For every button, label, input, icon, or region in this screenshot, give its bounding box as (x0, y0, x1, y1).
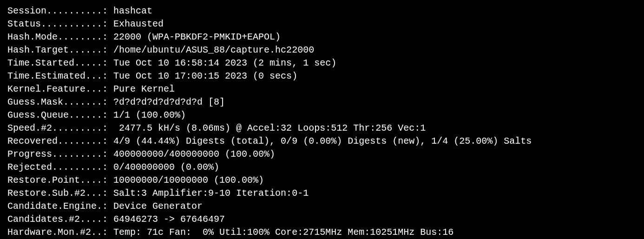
value: hashcat (113, 6, 152, 16)
row-speed: Speed.#2.........: 2477.5 kH/s (8.06ms) … (7, 122, 637, 135)
value: 64946273 -> 67646497 (113, 214, 225, 225)
label: Guess.Mask.......: (7, 97, 108, 107)
value: 0/400000000 (0.00%) (113, 162, 219, 173)
label: Hash.Target......: (7, 45, 108, 55)
label: Hardware.Mon.#2..: (7, 227, 108, 238)
row-hardware-mon: Hardware.Mon.#2..: Temp: 71c Fan: 0% Uti… (7, 226, 637, 239)
row-candidates: Candidates.#2....: 64946273 -> 67646497 (7, 213, 637, 226)
row-status: Status...........: Exhausted (7, 18, 637, 31)
label: Restore.Point....: (7, 175, 108, 186)
row-guess-queue: Guess.Queue......: 1/1 (100.00%) (7, 109, 637, 122)
row-kernel-feature: Kernel.Feature...: Pure Kernel (7, 83, 637, 96)
label: Time.Started.....: (7, 58, 108, 68)
value: Salt:3 Amplifier:9-10 Iteration:0-1 (113, 188, 309, 199)
row-time-estimated: Time.Estimated...: Tue Oct 10 17:00:15 2… (7, 70, 637, 83)
terminal-output: Session..........: hashcat Status.......… (7, 5, 637, 239)
value: 10000000/10000000 (100.00%) (113, 175, 264, 186)
label: Session..........: (7, 6, 108, 16)
row-time-started: Time.Started.....: Tue Oct 10 16:58:14 2… (7, 57, 637, 70)
label: Guess.Queue......: (7, 110, 108, 120)
row-session: Session..........: hashcat (7, 5, 637, 18)
row-guess-mask: Guess.Mask.......: ?d?d?d?d?d?d?d?d [8] (7, 96, 637, 109)
value: Device Generator (113, 201, 203, 212)
value: /home/ubuntu/ASUS_88/capture.hc22000 (113, 45, 314, 55)
value: 400000000/400000000 (100.00%) (113, 149, 275, 159)
label: Status...........: (7, 19, 108, 29)
row-hash-mode: Hash.Mode........: 22000 (WPA-PBKDF2-PMK… (7, 31, 637, 44)
value: 1/1 (100.00%) (113, 110, 186, 120)
label: Progress.........: (7, 149, 108, 159)
label: Time.Estimated...: (7, 71, 108, 81)
value: 4/9 (44.44%) Digests (total), 0/9 (0.00%… (113, 136, 532, 146)
row-hash-target: Hash.Target......: /home/ubuntu/ASUS_88/… (7, 44, 637, 57)
row-progress: Progress.........: 400000000/400000000 (… (7, 148, 637, 161)
value: ?d?d?d?d?d?d?d?d [8] (113, 97, 225, 107)
value: Pure Kernel (113, 84, 175, 94)
row-restore-point: Restore.Point....: 10000000/10000000 (10… (7, 174, 637, 187)
label: Hash.Mode........: (7, 32, 108, 42)
value: 2477.5 kH/s (8.06ms) @ Accel:32 Loops:51… (113, 123, 426, 133)
label: Speed.#2.........: (7, 123, 108, 133)
row-restore-sub: Restore.Sub.#2...: Salt:3 Amplifier:9-10… (7, 187, 637, 200)
label: Restore.Sub.#2...: (7, 188, 108, 199)
value: 22000 (WPA-PBKDF2-PMKID+EAPOL) (113, 32, 281, 42)
label: Kernel.Feature...: (7, 84, 108, 94)
value: Tue Oct 10 17:00:15 2023 (0 secs) (113, 71, 297, 81)
row-candidate-engine: Candidate.Engine.: Device Generator (7, 200, 637, 213)
label: Candidate.Engine.: (7, 201, 108, 212)
row-recovered: Recovered........: 4/9 (44.44%) Digests … (7, 135, 637, 148)
value: Tue Oct 10 16:58:14 2023 (2 mins, 1 sec) (113, 58, 336, 68)
value: Exhausted (113, 19, 164, 29)
label: Candidates.#2....: (7, 214, 108, 225)
value: Temp: 71c Fan: 0% Util:100% Core:2715MHz… (113, 227, 453, 238)
label: Recovered........: (7, 136, 108, 146)
label: Rejected.........: (7, 162, 108, 173)
row-rejected: Rejected.........: 0/400000000 (0.00%) (7, 161, 637, 174)
